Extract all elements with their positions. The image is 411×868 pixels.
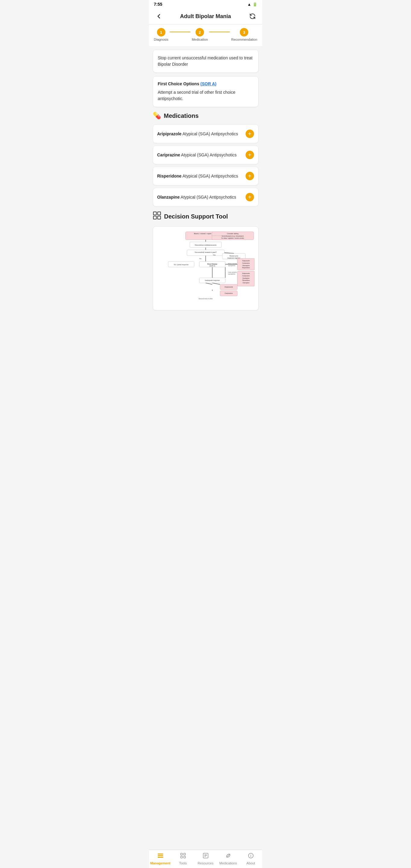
step-3-circle: 3 [240, 28, 248, 36]
status-icons: ▲ 🔋 [247, 2, 257, 7]
grid-icon [153, 211, 161, 220]
nav-management-label: Management [150, 861, 170, 865]
med-row-cariprazine-text: Cariprazine Atypical (SGA) Antipsychotic… [157, 153, 237, 157]
svg-rect-58 [158, 854, 163, 855]
first-choice-body: Attempt a second trial of other first ch… [158, 89, 253, 102]
medications-list: Aripiprazole Atypical (SGA) Antipsychoti… [153, 124, 258, 207]
first-choice-subtitle: First Choice Options (SOR A) [158, 82, 253, 86]
resources-icon [202, 852, 209, 861]
svg-text:Consider adding: Consider adding [227, 233, 238, 235]
med-row-aripiprazole-text: Aripiprazole Atypical (SGA) Antipsychoti… [157, 131, 238, 136]
svg-text:Quetiapine: Quetiapine [242, 278, 249, 279]
svg-text:Inadequate response: Inadequate response [204, 279, 219, 281]
svg-rect-63 [181, 856, 182, 858]
about-icon: i [247, 852, 254, 861]
svg-text:Yes: Yes [213, 254, 216, 256]
svg-text:Cariprazine: Cariprazine [242, 275, 250, 277]
sor-link[interactable]: (SOR A) [200, 82, 216, 86]
dst-diagram-card: Manic / mixed / rapid cycling Discontinu… [153, 226, 258, 310]
dst-heading: Decision Support Tool [153, 211, 258, 221]
svg-rect-1 [158, 212, 161, 215]
med-row-risperidone-text: Risperidone Atypical (SGA) Antipsychotic… [157, 174, 238, 179]
medications-heading-text: Medications [164, 113, 199, 119]
flowchart-svg: Manic / mixed / rapid cycling Discontinu… [157, 230, 255, 305]
management-icon [157, 852, 164, 861]
svg-line-53 [212, 283, 220, 284]
step-2: 2 Medication [192, 28, 208, 41]
step-2-circle: 2 [195, 28, 204, 36]
dst-heading-text: Decision Support Tool [164, 213, 228, 220]
med-row-aripiprazole-expand[interactable]: + [246, 130, 254, 138]
med-row-cariprazine-expand[interactable]: + [246, 151, 254, 159]
medications-icon: 💊 [153, 112, 161, 120]
svg-text:No: No [199, 258, 201, 259]
nav-about[interactable]: i About [240, 850, 262, 868]
main-content: Stop current unsuccessful medication use… [149, 46, 262, 335]
svg-text:First Choice: First Choice [207, 263, 217, 265]
refresh-icon [249, 13, 256, 20]
refresh-button[interactable] [248, 11, 257, 21]
svg-text:No / partial response: No / partial response [174, 264, 189, 266]
step-line-2 [209, 32, 230, 32]
svg-text:Cariprazine: Cariprazine [242, 262, 250, 264]
svg-line-70 [227, 854, 230, 857]
nav-about-label: About [247, 861, 255, 865]
svg-text:i: i [250, 854, 251, 858]
first-choice-card: First Choice Options (SOR A) Attempt a s… [153, 76, 258, 107]
med-row-olanzapine-expand[interactable]: + [246, 193, 254, 201]
svg-rect-62 [184, 853, 185, 855]
svg-text:Risperidone: Risperidone [242, 267, 250, 269]
svg-text:Restart prior: Restart prior [229, 255, 238, 257]
header: Adult Bipolar Mania [149, 8, 262, 24]
svg-text:Aripiprazole: Aripiprazole [242, 273, 250, 274]
stop-card: Stop current unsuccessful medication use… [153, 50, 258, 73]
back-icon [155, 13, 162, 20]
svg-text:Cariprazine: Cariprazine [224, 292, 232, 294]
svg-rect-3 [158, 216, 161, 219]
svg-rect-61 [181, 853, 182, 855]
med-row-aripiprazole[interactable]: Aripiprazole Atypical (SGA) Antipsychoti… [153, 124, 258, 143]
nav-management[interactable]: Management [149, 850, 172, 868]
signal-icon: ▲ [247, 2, 251, 7]
back-button[interactable] [154, 11, 164, 21]
svg-text:symptoms: symptoms [228, 273, 235, 275]
svg-rect-59 [158, 855, 163, 856]
step-1: 1 Diagnosis [154, 28, 168, 41]
medications-heading: 💊 Medications [153, 112, 258, 120]
step-3: 3 Recommendation [231, 28, 257, 41]
step-3-label: Recommendation [231, 38, 257, 41]
step-1-circle: 1 [157, 28, 165, 36]
svg-text:Aripiprazole: Aripiprazole [242, 260, 250, 261]
svg-text:Successfully treated in past?: Successfully treated in past? [195, 252, 217, 253]
svg-text:Discontinue antidepressants: Discontinue antidepressants [195, 244, 216, 246]
step-2-label: Medication [192, 38, 208, 41]
svg-rect-64 [184, 856, 185, 858]
svg-rect-0 [153, 212, 156, 215]
svg-text:Asenapine: Asenapine [243, 282, 250, 284]
status-bar: 7:55 ▲ 🔋 [149, 0, 262, 8]
nav-resources-label: Resources [198, 861, 214, 865]
med-row-olanzapine[interactable]: Olanzapine Atypical (SGA) Antipsychotics… [153, 188, 258, 207]
med-row-risperidone-expand[interactable]: + [246, 172, 254, 180]
stop-card-text: Stop current unsuccessful medication use… [158, 55, 253, 67]
battery-icon: 🔋 [253, 2, 257, 7]
med-row-cariprazine[interactable]: Cariprazine Atypical (SGA) Antipsychotic… [153, 146, 258, 164]
medications-nav-icon [225, 852, 231, 861]
svg-text:(SOR A): (SOR A) [209, 265, 215, 267]
svg-text:for sleep / agitation / severe: for sleep / agitation / severe anxiety [221, 238, 244, 239]
svg-text:Aripiprazole: Aripiprazole [224, 286, 233, 288]
nav-medications[interactable]: Medications [217, 850, 240, 868]
med-row-risperidone[interactable]: Risperidone Atypical (SGA) Antipsychotic… [153, 167, 258, 185]
stepper: 1 Diagnosis 2 Medication 3 Recommendatio… [149, 24, 262, 46]
dst-icon [153, 211, 161, 221]
svg-text:Olanzapine: Olanzapine [242, 265, 250, 267]
nav-tools[interactable]: Tools [172, 850, 194, 868]
svg-text:Second trial of other: Second trial of other [198, 298, 213, 300]
tools-icon [180, 852, 186, 861]
nav-medications-label: Medications [219, 861, 237, 865]
nav-tools-label: Tools [179, 861, 187, 865]
nav-resources[interactable]: Resources [194, 850, 217, 868]
status-time: 7:55 [154, 2, 162, 7]
svg-line-52 [205, 283, 212, 284]
svg-rect-2 [153, 216, 156, 219]
